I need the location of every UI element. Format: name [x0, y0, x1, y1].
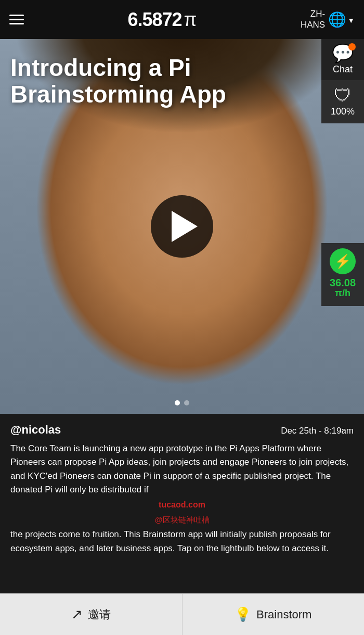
post-timestamp: Dec 25th - 8:19am: [281, 426, 354, 436]
shield-percentage: 100%: [331, 106, 355, 117]
brainstorm-label: Brainstorm: [256, 608, 311, 621]
watermark-1: tucaod.com: [10, 499, 354, 512]
shield-icon: 🛡: [334, 86, 352, 104]
chat-label: Chat: [333, 64, 353, 75]
play-triangle-icon: [172, 211, 198, 242]
language-selector[interactable]: 🌐 ▼: [328, 11, 355, 28]
chevron-down-icon: ▼: [347, 16, 355, 24]
post-header: @nicolas Dec 25th - 8:19am: [10, 423, 354, 437]
shield-block[interactable]: 🛡 100%: [321, 80, 364, 123]
pi-symbol: π: [184, 9, 197, 31]
post-username: @nicolas: [10, 423, 61, 437]
invite-button[interactable]: ↗ 邀请: [0, 594, 183, 635]
invite-label: 邀请: [88, 607, 111, 623]
post-body-text-1: The Core Team is launching a new app pro…: [10, 443, 348, 494]
hamburger-menu[interactable]: [9, 15, 24, 24]
top-right-controls: ZH- HANS 🌐 ▼: [301, 9, 355, 30]
post-content: @nicolas Dec 25th - 8:19am The Core Team…: [0, 414, 364, 570]
globe-icon: 🌐: [328, 11, 346, 28]
dot-1: [175, 400, 180, 405]
mining-unit: π/h: [335, 288, 350, 299]
dot-2: [184, 400, 189, 405]
brainstorm-button[interactable]: 💡 Brainstorm: [183, 594, 365, 635]
mining-value: 36.08: [330, 277, 356, 288]
right-sidebar-overlay: 💬 Chat 🛡 100% ⚡ 36.08 π/h: [321, 39, 364, 306]
chat-block[interactable]: 💬 Chat: [321, 39, 364, 80]
post-body: The Core Team is launching a new app pro…: [10, 442, 354, 555]
chat-notification-dot: [348, 43, 356, 50]
bottom-action-bar: ↗ 邀请 💡 Brainstorm: [0, 593, 364, 635]
slide-dots: [175, 400, 189, 405]
top-bar: 6.5872 π ZH- HANS 🌐 ▼: [0, 0, 364, 39]
lightbulb-icon: 💡: [235, 606, 251, 623]
video-title: Introducing a Pi Brainstorming App: [10, 55, 270, 107]
pi-balance-display: 6.5872 π: [127, 9, 197, 31]
watermark-2: @区块链神吐槽: [10, 514, 354, 526]
play-button[interactable]: [151, 195, 213, 258]
language-code: ZH- HANS: [301, 9, 325, 30]
video-area: Introducing a Pi Brainstorming App 💬 Cha…: [0, 39, 364, 414]
sidebar-spacer: [321, 123, 364, 243]
mining-block[interactable]: ⚡ 36.08 π/h: [321, 243, 364, 306]
post-body-text-2: the projects come to fruition. This Brai…: [10, 529, 331, 553]
share-icon: ↗: [71, 606, 83, 623]
lightning-icon: ⚡: [330, 248, 356, 274]
pi-value: 6.5872: [127, 9, 181, 31]
